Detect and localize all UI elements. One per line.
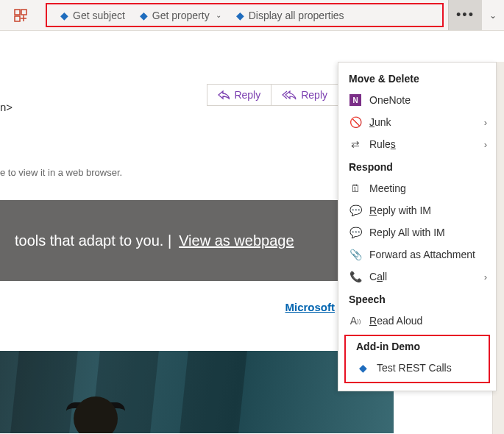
svg-rect-1 [21, 10, 26, 15]
sender-fragment: n> [0, 101, 13, 113]
attachment-icon: 📎 [349, 249, 362, 260]
chevron-down-icon: ⌄ [216, 11, 221, 19]
svg-rect-2 [15, 16, 20, 21]
label: Display all properties [249, 10, 344, 21]
label: Get subject [73, 10, 125, 21]
menu-reply-all-im[interactable]: 💬 Reply All with IM [338, 221, 496, 243]
reply-group: Reply Reply [207, 84, 338, 106]
menu-read-aloud[interactable]: A)) Read Aloud [338, 310, 496, 332]
view-as-webpage-link[interactable]: View as webpage [179, 232, 294, 249]
email-banner: tools that adapt to you. | View as webpa… [0, 200, 338, 281]
addin-demo-section: Add-in Demo ◆ Test REST Calls [344, 335, 490, 383]
im-all-icon: 💬 [349, 227, 362, 238]
ribbon-layout-icon[interactable] [0, 0, 41, 30]
more-commands-button[interactable]: ••• [448, 0, 482, 30]
menu-reply-im[interactable]: 💬 Reply with IM [338, 199, 496, 221]
menu-header-move: Move & Delete [338, 67, 496, 89]
reply-all-button[interactable]: Reply [271, 84, 338, 106]
menu-meeting[interactable]: 🗓 Meeting [338, 177, 496, 199]
label: Get property [152, 10, 210, 21]
context-menu: Move & Delete N OneNote 🚫 Junk › ⇄ Rules… [338, 62, 497, 391]
collapse-ribbon-button[interactable]: ⌄ [482, 0, 504, 30]
read-aloud-icon: A)) [349, 315, 362, 327]
im-icon: 💬 [349, 204, 362, 216]
menu-call[interactable]: 📞 Call › [338, 266, 496, 288]
menu-header-respond: Respond [338, 155, 496, 177]
addin-cube-icon: ◆ [60, 10, 68, 21]
email-image [0, 351, 394, 433]
onenote-icon: N [349, 94, 362, 106]
menu-junk[interactable]: 🚫 Junk › [338, 111, 496, 133]
menu-header-speech: Speech [338, 288, 496, 310]
menu-forward-attachment[interactable]: 📎 Forward as Attachment [338, 243, 496, 266]
junk-icon: 🚫 [349, 116, 362, 128]
display-all-properties-button[interactable]: ◆ Display all properties [229, 4, 352, 26]
menu-rules[interactable]: ⇄ Rules › [338, 133, 496, 155]
reply-button[interactable]: Reply [207, 84, 271, 106]
chevron-right-icon: › [484, 117, 487, 128]
addin-cube-icon: ◆ [356, 362, 369, 374]
reply-icon [218, 90, 230, 100]
rules-icon: ⇄ [349, 138, 362, 150]
svg-rect-0 [15, 10, 20, 15]
browser-hint: e to view it in a web browser. [0, 167, 122, 178]
addin-toolbar: ◆ Get subject ◆ Get property ⌄ ◆ Display… [46, 3, 444, 27]
reply-all-icon [282, 90, 297, 100]
chevron-right-icon: › [484, 139, 487, 150]
menu-onenote[interactable]: N OneNote [338, 89, 496, 111]
menu-test-rest-calls[interactable]: ◆ Test REST Calls [346, 357, 489, 379]
addin-cube-icon: ◆ [236, 10, 244, 21]
phone-icon: 📞 [349, 271, 362, 282]
chevron-right-icon: › [484, 271, 487, 282]
addin-cube-icon: ◆ [140, 10, 148, 21]
menu-header-addin: Add-in Demo [346, 336, 489, 357]
get-property-button[interactable]: ◆ Get property ⌄ [132, 4, 229, 26]
get-subject-button[interactable]: ◆ Get subject [53, 4, 132, 26]
microsoft-link[interactable]: Microsoft [285, 301, 336, 313]
calendar-icon: 🗓 [349, 182, 362, 194]
